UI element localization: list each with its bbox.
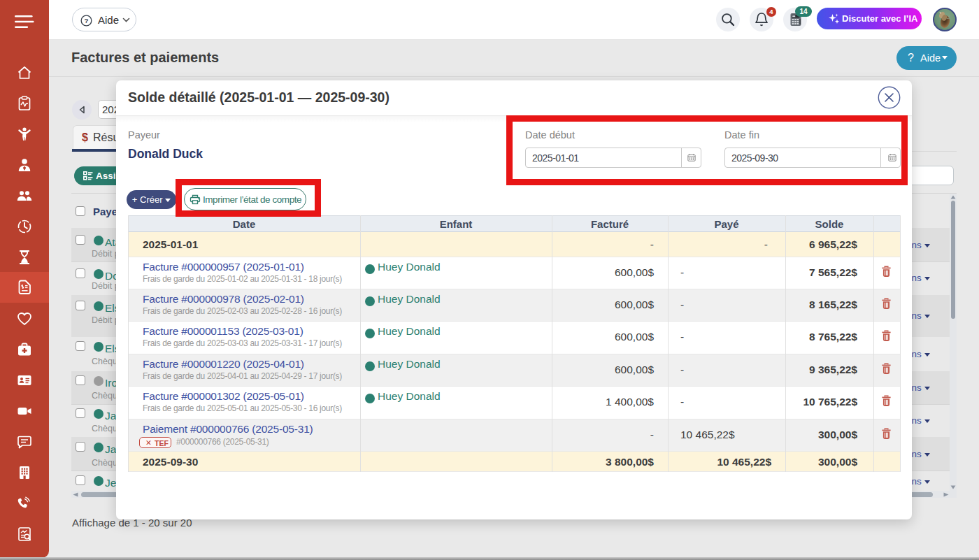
svg-text:?: ? [84, 17, 88, 24]
